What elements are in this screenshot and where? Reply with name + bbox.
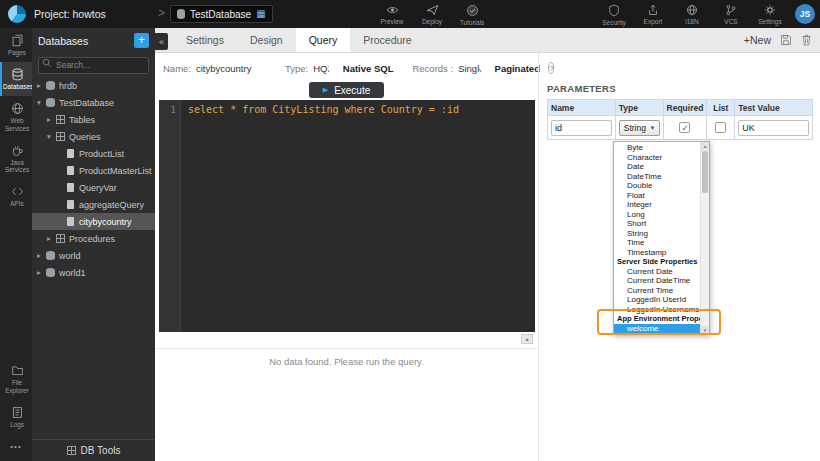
tree-item[interactable]: ▾ TestDatabase	[32, 94, 155, 111]
settings-button[interactable]: Settings	[756, 2, 784, 26]
dropdown-option[interactable]: Integer	[614, 200, 700, 210]
dropdown-scrollbar[interactable]: ▲ ▼	[700, 142, 709, 334]
dropdown-option[interactable]: Byte	[614, 143, 700, 153]
tutorials-button[interactable]: Tutorials	[458, 2, 486, 26]
dropdown-option-label: LoggedIn Username	[627, 305, 700, 314]
tree-item[interactable]: ▸ Tables	[32, 111, 155, 128]
deploy-button[interactable]: Deploy	[418, 2, 446, 26]
list-checkbox[interactable]	[715, 122, 726, 133]
tree-item[interactable]: QueryVar	[32, 179, 155, 196]
tree-expand-arrow-icon[interactable]: ▸	[47, 115, 56, 124]
dropdown-option[interactable]: welcome	[614, 324, 700, 334]
dropdown-option[interactable]: Time	[614, 238, 700, 248]
tree-item[interactable]: ▾ Queries	[32, 128, 155, 145]
required-checkbox[interactable]: ✓	[679, 122, 690, 133]
scroll-down-icon[interactable]: ▼	[701, 326, 709, 334]
tree-item[interactable]: ProductMasterList	[32, 162, 155, 179]
scrollbar-thumb[interactable]	[702, 151, 708, 193]
dropdown-option[interactable]: Short	[614, 219, 700, 229]
database-icon	[177, 9, 185, 19]
tree-item[interactable]: ProductList	[32, 145, 155, 162]
rail-item-java-services[interactable]: Java Services	[0, 138, 32, 179]
dropdown-option[interactable]: Float	[614, 191, 700, 201]
db-tools-button[interactable]: DB Tools	[32, 439, 155, 461]
rail-item-pages[interactable]: Pages	[0, 28, 32, 62]
dropdown-option[interactable]: Long	[614, 210, 700, 220]
tree-item-label: ProductMasterList	[79, 166, 152, 176]
dropdown-option[interactable]: DateTime	[614, 172, 700, 182]
dropdown-option-label: Double	[627, 181, 652, 190]
tab[interactable]: Query	[296, 28, 351, 52]
tree-item-label: Tables	[69, 115, 95, 125]
dropdown-option[interactable]: Server Side Properties	[614, 257, 700, 267]
rail-item-web-services[interactable]: Web Services	[0, 96, 32, 137]
dropdown-option-label: Server Side Properties	[617, 257, 697, 266]
expand-editor-button[interactable]: ▲	[521, 334, 533, 344]
database-selector[interactable]: TestDatabase ▦	[170, 5, 273, 23]
deploy-icon	[426, 4, 439, 16]
tree-item[interactable]: citybycountry	[32, 213, 155, 230]
dropdown-option[interactable]: Character	[614, 153, 700, 163]
tree-item[interactable]: ▸ Procedures	[32, 230, 155, 247]
tab[interactable]: Settings	[173, 28, 237, 52]
tree-item[interactable]: ▸ world1	[32, 264, 155, 281]
more-options-button[interactable]: •••	[0, 434, 32, 461]
dropdown-option[interactable]: Current Date	[614, 267, 700, 277]
query-name-value[interactable]: citybycountry	[196, 63, 266, 74]
tree-expand-arrow-icon[interactable]: ▸	[47, 234, 56, 243]
tree-item-label: world	[59, 251, 81, 261]
collapse-panel-button[interactable]: «	[155, 33, 168, 50]
preview-button[interactable]: Preview	[378, 2, 406, 26]
new-query-button[interactable]: +New	[744, 34, 771, 46]
param-test-value-input[interactable]	[738, 120, 809, 136]
dropdown-option[interactable]: LoggedIn Username	[614, 305, 700, 315]
dropdown-option[interactable]: LoggedIn UserId	[614, 295, 700, 305]
tree-expand-arrow-icon[interactable]: ▸	[37, 251, 46, 260]
records-option-paginated[interactable]: Paginated	[495, 63, 540, 74]
add-database-button[interactable]: +	[134, 33, 149, 48]
rail-item-databases[interactable]: Databases	[0, 62, 32, 96]
user-avatar[interactable]: JS	[795, 4, 815, 24]
param-name-input[interactable]	[551, 120, 612, 136]
export-button[interactable]: Export	[639, 2, 667, 26]
dropdown-option[interactable]: Current Time	[614, 286, 700, 296]
tree-item[interactable]: ▸ world	[32, 247, 155, 264]
trash-icon[interactable]	[801, 34, 812, 46]
param-type-value: String	[624, 123, 646, 133]
dropdown-option-label: Long	[627, 210, 645, 219]
dropdown-option[interactable]: String	[614, 229, 700, 239]
dropdown-option[interactable]: Double	[614, 181, 700, 191]
dropdown-option-label: Current Time	[627, 286, 673, 295]
dropdown-option[interactable]: Current DateTime	[614, 276, 700, 286]
rail-item-logs[interactable]: Logs	[0, 400, 32, 434]
i18n-button[interactable]: i18N	[678, 2, 706, 26]
scroll-up-icon[interactable]: ▲	[701, 142, 709, 150]
records-label: Records :	[412, 63, 453, 74]
security-button[interactable]: Security	[600, 2, 628, 26]
tree-expand-arrow-icon[interactable]: ▾	[47, 132, 56, 141]
dropdown-option[interactable]: App Environment Properties	[614, 314, 700, 324]
code-editor[interactable]: 1 select * from CityListing where Countr…	[159, 100, 535, 332]
rail-item-file-explorer[interactable]: File Explorer	[0, 358, 32, 399]
tab[interactable]: Procedure	[350, 28, 424, 52]
vcs-button[interactable]: VCS	[717, 2, 745, 26]
tree-item[interactable]: ▸ hrdb	[32, 77, 155, 94]
tree-expand-arrow-icon[interactable]: ▸	[37, 81, 46, 90]
type-option-native-sql[interactable]: Native SQL	[343, 63, 394, 74]
tree-item-label: Queries	[69, 132, 101, 142]
rail-item-apis[interactable]: APIs	[0, 179, 32, 213]
dropdown-option[interactable]: Timestamp	[614, 248, 700, 258]
tree-expand-arrow-icon[interactable]: ▸	[37, 268, 46, 277]
tree-item-label: Procedures	[69, 234, 115, 244]
search-box	[38, 54, 149, 71]
tab[interactable]: Design	[237, 28, 296, 52]
param-type-select[interactable]: String ▼	[619, 120, 660, 136]
tree-item[interactable]: aggregateQuery	[32, 196, 155, 213]
tree-expand-arrow-icon[interactable]: ▾	[37, 98, 46, 107]
app-logo-icon[interactable]	[8, 5, 26, 23]
search-input[interactable]	[38, 57, 149, 74]
code-line[interactable]: select * from CityListing where Country …	[181, 100, 459, 332]
execute-button[interactable]: ▶ Execute	[309, 82, 385, 98]
dropdown-option[interactable]: Date	[614, 162, 700, 172]
save-icon[interactable]	[780, 34, 792, 46]
